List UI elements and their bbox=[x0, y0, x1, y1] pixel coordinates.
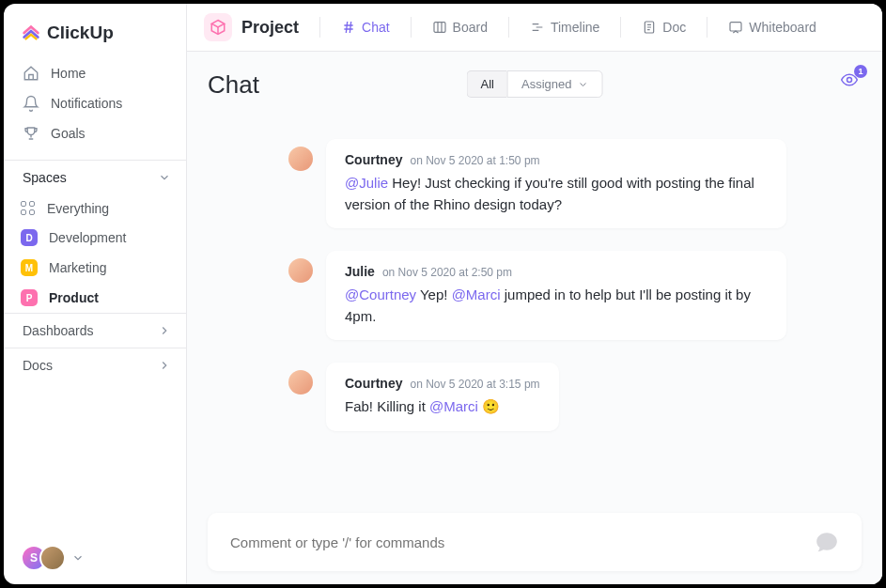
nav-notifications[interactable]: Notifications bbox=[4, 88, 186, 118]
comment-input[interactable] bbox=[230, 534, 815, 550]
nav-goals-label: Goals bbox=[51, 126, 85, 141]
message-bubble: Julie on Nov 5 2020 at 2:50 pm @Courtney… bbox=[326, 251, 786, 340]
tab-timeline-label: Timeline bbox=[551, 20, 599, 35]
project-icon-chip[interactable] bbox=[204, 13, 232, 41]
space-badge: P bbox=[21, 289, 38, 306]
message-author: Courtney bbox=[345, 152, 402, 167]
divider bbox=[620, 17, 621, 38]
avatar bbox=[288, 370, 313, 395]
avatar bbox=[39, 545, 66, 571]
comment-composer[interactable] bbox=[208, 513, 862, 571]
message-timestamp: on Nov 5 2020 at 2:50 pm bbox=[382, 266, 512, 279]
space-badge: D bbox=[21, 229, 38, 246]
mention[interactable]: @Marci bbox=[429, 398, 478, 414]
chevron-right-icon bbox=[158, 359, 171, 372]
message-timestamp: on Nov 5 2020 at 3:15 pm bbox=[410, 378, 539, 391]
watchers-indicator[interactable]: 1 bbox=[837, 70, 862, 93]
tab-whiteboard[interactable]: Whiteboard bbox=[719, 15, 826, 39]
message-body: Fab! Killing it @Marci 🙂 bbox=[345, 396, 540, 418]
sidebar-footer: S bbox=[4, 532, 186, 584]
sidebar: ClickUp Home Notifications Goals Spaces … bbox=[4, 4, 187, 584]
space-label: Marketing bbox=[49, 260, 106, 275]
message-bubble: Courtney on Nov 5 2020 at 1:50 pm @Julie… bbox=[326, 139, 786, 228]
nav-home[interactable]: Home bbox=[4, 58, 186, 88]
tab-whiteboard-label: Whiteboard bbox=[749, 20, 816, 35]
chevron-down-icon[interactable] bbox=[71, 551, 85, 565]
svg-rect-2 bbox=[730, 23, 741, 31]
nav-notifications-label: Notifications bbox=[51, 96, 122, 111]
mention[interactable]: @Julie bbox=[345, 175, 388, 191]
space-item-development[interactable]: DDevelopment bbox=[4, 223, 186, 253]
docs-label: Docs bbox=[23, 358, 53, 373]
timeline-icon bbox=[530, 20, 545, 35]
message-author: Julie bbox=[345, 264, 375, 279]
space-label: Development bbox=[49, 230, 127, 245]
main-area: Project Chat Board Timeline Doc bbox=[187, 4, 882, 584]
nav-primary: Home Notifications Goals bbox=[4, 56, 186, 150]
message-bubble: Courtney on Nov 5 2020 at 3:15 pm Fab! K… bbox=[326, 363, 559, 431]
page-title: Chat bbox=[208, 70, 259, 100]
dashboards-label: Dashboards bbox=[23, 323, 94, 338]
chevron-down-icon bbox=[158, 171, 171, 184]
cube-icon bbox=[210, 19, 226, 36]
mention[interactable]: @Courtney bbox=[345, 286, 416, 302]
message: Courtney on Nov 5 2020 at 1:50 pm @Julie… bbox=[288, 139, 862, 228]
divider bbox=[707, 17, 707, 38]
message-timestamp: on Nov 5 2020 at 1:50 pm bbox=[410, 154, 539, 167]
svg-rect-0 bbox=[434, 23, 445, 33]
user-avatars[interactable]: S bbox=[21, 545, 58, 571]
message-body: @Courtney Yep! @Marci jumped in to help … bbox=[345, 285, 768, 327]
content-header: Chat All Assigned 1 bbox=[208, 70, 862, 100]
filter-assigned[interactable]: Assigned bbox=[507, 70, 602, 98]
avatar bbox=[288, 258, 313, 283]
app-window: ClickUp Home Notifications Goals Spaces … bbox=[4, 4, 882, 584]
space-everything-label: Everything bbox=[47, 201, 109, 216]
divider bbox=[319, 17, 320, 38]
content-area: Chat All Assigned 1 bbox=[187, 52, 882, 584]
message-body: @Julie Hey! Just checking if you're stil… bbox=[345, 173, 768, 215]
docs-section[interactable]: Docs bbox=[4, 348, 186, 382]
board-icon bbox=[432, 20, 447, 35]
message: Julie on Nov 5 2020 at 2:50 pm @Courtney… bbox=[288, 251, 862, 340]
tab-doc[interactable]: Doc bbox=[632, 15, 695, 39]
clickup-logo-icon bbox=[21, 23, 41, 43]
hash-icon bbox=[341, 20, 356, 35]
tab-doc-label: Doc bbox=[662, 20, 686, 35]
spaces-header[interactable]: Spaces bbox=[4, 160, 186, 194]
avatar bbox=[288, 147, 313, 171]
tab-timeline[interactable]: Timeline bbox=[521, 15, 609, 39]
dashboards-section[interactable]: Dashboards bbox=[4, 313, 186, 348]
space-item-product[interactable]: PProduct bbox=[4, 283, 186, 313]
space-label: Product bbox=[49, 290, 99, 305]
everything-icon bbox=[21, 201, 36, 216]
tab-chat-label: Chat bbox=[362, 20, 390, 35]
nav-home-label: Home bbox=[51, 66, 85, 81]
brand-logo[interactable]: ClickUp bbox=[4, 4, 186, 56]
messages-list: Courtney on Nov 5 2020 at 1:50 pm @Julie… bbox=[208, 120, 862, 505]
message-author: Courtney bbox=[345, 376, 402, 391]
trophy-icon bbox=[23, 125, 39, 142]
divider bbox=[508, 17, 509, 38]
space-item-marketing[interactable]: MMarketing bbox=[4, 253, 186, 283]
space-everything[interactable]: Everything bbox=[4, 194, 186, 223]
whiteboard-icon bbox=[728, 20, 743, 35]
project-title: Project bbox=[241, 18, 299, 38]
space-badge: M bbox=[21, 259, 38, 276]
tab-chat[interactable]: Chat bbox=[332, 15, 399, 39]
chevron-down-icon bbox=[577, 79, 588, 90]
chevron-right-icon bbox=[158, 324, 171, 337]
spaces-list: DDevelopmentMMarketingPProduct bbox=[4, 223, 186, 313]
brand-name: ClickUp bbox=[47, 23, 114, 43]
tab-board-label: Board bbox=[453, 20, 488, 35]
filter-segment: All Assigned bbox=[467, 70, 603, 98]
message: Courtney on Nov 5 2020 at 3:15 pm Fab! K… bbox=[288, 363, 862, 431]
nav-goals[interactable]: Goals bbox=[4, 118, 186, 148]
bell-icon bbox=[23, 95, 39, 112]
filter-all[interactable]: All bbox=[467, 70, 507, 98]
home-icon bbox=[23, 65, 39, 82]
chat-bubble-icon bbox=[815, 530, 839, 554]
tab-board[interactable]: Board bbox=[423, 15, 497, 39]
mention[interactable]: @Marci bbox=[452, 286, 501, 302]
svg-point-3 bbox=[847, 78, 852, 83]
watchers-count: 1 bbox=[854, 65, 867, 78]
